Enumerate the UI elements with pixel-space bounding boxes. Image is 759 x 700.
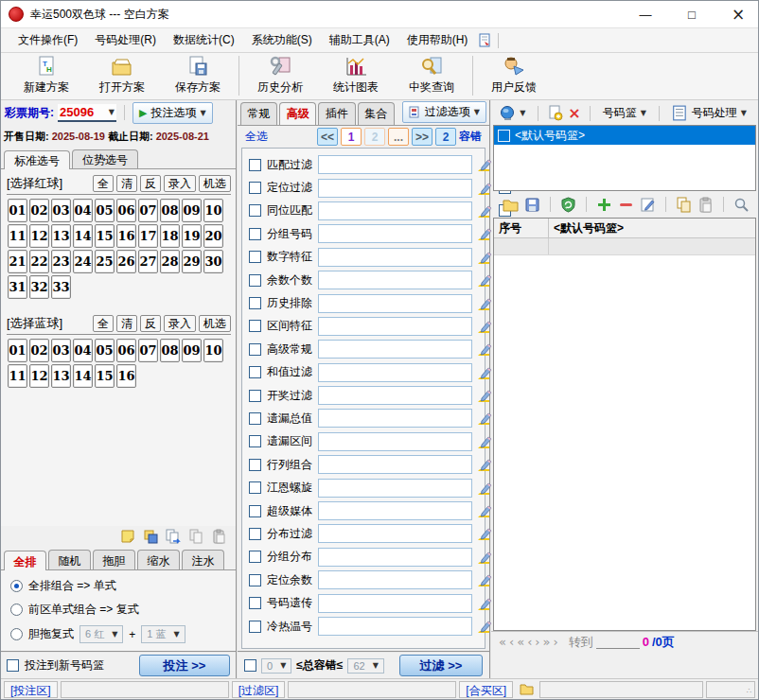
pick-button[interactable]: 反 xyxy=(140,315,161,332)
red-ball[interactable]: 01 xyxy=(8,199,27,222)
filter-enable-checkbox[interactable] xyxy=(249,435,261,447)
red-ball[interactable]: 17 xyxy=(138,224,158,248)
filter-enable-checkbox[interactable] xyxy=(249,297,261,309)
filter-value-input[interactable] xyxy=(318,155,472,174)
red-ball[interactable]: 20 xyxy=(203,224,223,248)
filter-value-input[interactable] xyxy=(318,479,472,498)
filter-enable-checkbox[interactable] xyxy=(249,390,261,402)
tab-random[interactable]: 随机 xyxy=(48,550,91,569)
filter-value-input[interactable] xyxy=(318,455,472,474)
menu-number[interactable]: 号码处理(R) xyxy=(87,28,164,52)
new-basket-icon[interactable] xyxy=(547,105,563,121)
red-ball[interactable]: 04 xyxy=(73,199,93,222)
filter-enable-checkbox[interactable] xyxy=(249,182,261,194)
pager-next-button[interactable]: >> xyxy=(412,128,432,146)
red-ball[interactable]: 22 xyxy=(29,250,49,273)
red-ball[interactable]: 08 xyxy=(160,199,180,222)
tab-plugin[interactable]: 插件 xyxy=(318,102,355,125)
red-count-select[interactable]: 6 红▼ xyxy=(79,625,123,643)
user-feedback-button[interactable]: 用户反馈 xyxy=(476,54,552,97)
paste-gray-icon[interactable] xyxy=(211,529,226,544)
copy-stack-icon[interactable] xyxy=(143,529,158,544)
add-icon[interactable] xyxy=(596,197,612,213)
basket-item-checkbox[interactable] xyxy=(498,130,510,142)
stats-chart-button[interactable]: 统计图表 xyxy=(318,54,394,97)
filter-enable-checkbox[interactable] xyxy=(249,481,261,494)
filter-enable-checkbox[interactable] xyxy=(249,412,261,425)
red-ball[interactable]: 14 xyxy=(73,224,93,248)
pick-button[interactable]: 机选 xyxy=(199,315,231,332)
tab-shrink[interactable]: 缩水 xyxy=(137,550,180,569)
radio-row-dan-tuo[interactable]: 胆拖复式 6 红▼ + 1 蓝▼ xyxy=(10,625,226,643)
pager-current-box[interactable]: 2 xyxy=(435,128,456,146)
filter-value-input[interactable] xyxy=(318,248,472,267)
maximize-button[interactable]: □ xyxy=(672,1,712,27)
red-ball[interactable]: 07 xyxy=(138,199,158,222)
red-ball[interactable]: 03 xyxy=(51,199,71,222)
filter-enable-checkbox[interactable] xyxy=(249,274,261,287)
pick-button[interactable]: 全 xyxy=(93,315,114,332)
pager-page-2[interactable]: 2 xyxy=(364,128,385,146)
blue-ball[interactable]: 01 xyxy=(8,339,27,362)
new-plan-button[interactable]: TH 新建方案 xyxy=(9,54,84,97)
blue-count-select[interactable]: 1 蓝▼ xyxy=(141,625,185,643)
filter-button[interactable]: 过滤 >> xyxy=(399,655,483,676)
next-group-icon[interactable]: » xyxy=(543,635,551,649)
red-ball[interactable]: 10 xyxy=(203,199,223,222)
copy-icon[interactable] xyxy=(676,197,692,213)
filter-value-input[interactable] xyxy=(318,363,472,382)
save-plan-button[interactable]: 保存方案 xyxy=(160,54,236,97)
filter-value-input[interactable] xyxy=(318,340,472,359)
red-ball[interactable]: 23 xyxy=(51,250,71,273)
bet-to-new-basket-checkbox[interactable] xyxy=(7,659,19,672)
red-ball[interactable]: 09 xyxy=(182,199,202,222)
blue-ball[interactable]: 15 xyxy=(95,364,115,388)
filter-enable-checkbox[interactable] xyxy=(249,251,261,263)
prev-fast-icon[interactable]: ‹ xyxy=(509,635,514,649)
red-ball[interactable]: 13 xyxy=(51,224,71,248)
minimize-button[interactable]: — xyxy=(626,1,665,27)
red-ball[interactable]: 21 xyxy=(8,250,27,273)
filter-value-input[interactable] xyxy=(318,617,472,636)
red-ball[interactable]: 05 xyxy=(95,199,115,222)
tab-drag-dan[interactable]: 拖胆 xyxy=(93,550,135,569)
blue-ball[interactable]: 10 xyxy=(203,339,223,362)
red-ball[interactable]: 28 xyxy=(160,250,180,273)
column-seq[interactable]: 序号 xyxy=(494,219,549,237)
menu-tools[interactable]: 辅助工具(A) xyxy=(322,28,397,52)
tab-advanced[interactable]: 高级 xyxy=(279,102,316,125)
red-ball[interactable]: 26 xyxy=(116,250,136,273)
paste-icon[interactable] xyxy=(697,197,714,213)
filter-value-input[interactable] xyxy=(318,594,472,613)
menu-stats[interactable]: 数据统计(C) xyxy=(166,28,242,52)
red-ball[interactable]: 33 xyxy=(51,275,71,299)
red-ball[interactable]: 31 xyxy=(8,275,27,299)
filter-value-input[interactable] xyxy=(318,432,472,451)
prev-group-icon[interactable]: « xyxy=(517,635,524,649)
pick-button[interactable]: 全 xyxy=(93,175,114,192)
red-ball[interactable]: 06 xyxy=(116,199,136,222)
blue-ball[interactable]: 14 xyxy=(73,364,93,388)
filter-enable-checkbox[interactable] xyxy=(249,621,261,633)
red-ball[interactable]: 19 xyxy=(182,224,202,248)
pick-button[interactable]: 录入 xyxy=(164,175,196,192)
note-icon[interactable] xyxy=(120,529,135,544)
red-ball[interactable]: 30 xyxy=(203,250,223,273)
blue-ball[interactable]: 13 xyxy=(51,364,71,388)
search-icon[interactable] xyxy=(733,197,750,213)
filter-value-input[interactable] xyxy=(318,201,472,220)
history-analysis-button[interactable]: 历史分析 xyxy=(242,54,318,97)
basket-menu-button[interactable]: 号码篮 ▼ xyxy=(599,103,650,123)
red-ball[interactable]: 15 xyxy=(95,224,115,248)
blue-ball[interactable]: 11 xyxy=(8,364,27,388)
resize-grip[interactable]: ∴ xyxy=(747,687,752,695)
basket-list-item[interactable]: <默认号码篮> xyxy=(494,126,755,145)
edit-note-icon[interactable] xyxy=(640,197,656,213)
radio-row-full-combo[interactable]: 全排组合 => 单式 xyxy=(10,578,226,594)
filter-value-input[interactable] xyxy=(318,386,472,405)
pick-button[interactable]: 录入 xyxy=(164,315,196,332)
blue-ball[interactable]: 12 xyxy=(29,364,49,388)
filter-value-input[interactable] xyxy=(318,409,472,428)
radio-dan-tuo[interactable] xyxy=(10,628,23,640)
column-basket[interactable]: <默认号码篮> xyxy=(549,219,755,237)
